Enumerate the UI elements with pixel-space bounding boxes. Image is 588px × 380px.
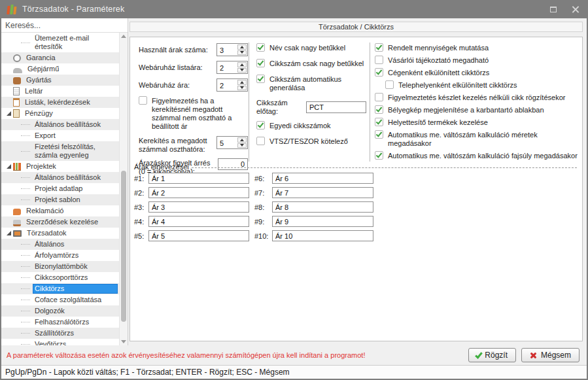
- maximize-button[interactable]: [542, 0, 564, 18]
- checkbox[interactable]: [375, 43, 383, 52]
- checkbox[interactable]: [139, 96, 147, 105]
- spinner-up-button[interactable]: [237, 62, 247, 67]
- checkbox[interactable]: [375, 68, 383, 77]
- scrollbar-thumb[interactable]: [121, 171, 126, 322]
- sidebar-item[interactable]: Általános: [1, 239, 119, 250]
- expander-icon[interactable]: [5, 218, 13, 226]
- expander-icon[interactable]: [5, 99, 13, 106]
- price-name-input[interactable]: [148, 201, 249, 213]
- sidebar-item[interactable]: Dolgozók: [1, 305, 119, 317]
- rounding-spinner[interactable]: 5: [216, 136, 248, 149]
- sidebar-item[interactable]: Általános beállítások: [1, 172, 119, 183]
- sidebar-item[interactable]: Gépjármű: [1, 63, 119, 75]
- checkbox-row[interactable]: Név csak nagy betűkkel: [256, 43, 366, 52]
- sidebar-item[interactable]: Projekt sablon: [1, 194, 119, 205]
- sidebar-item[interactable]: Export: [1, 130, 119, 141]
- expander-icon[interactable]: [5, 54, 13, 61]
- spinner-up-button[interactable]: [237, 80, 247, 85]
- sidebar-item[interactable]: Listák, lekérdezések: [1, 97, 119, 108]
- sidebar-item[interactable]: Törzsadatok: [1, 228, 119, 239]
- checkbox-row[interactable]: Bélyegkép megjelenítése a karbantartó ab…: [375, 105, 581, 114]
- sidebar-item[interactable]: Gyártás: [1, 75, 119, 86]
- checkbox-row[interactable]: Telephelyenként elkülönített cikktörzs: [385, 80, 581, 90]
- search-input[interactable]: [1, 18, 128, 33]
- checkbox[interactable]: [375, 130, 383, 139]
- spinner-up-button[interactable]: [237, 137, 247, 143]
- expander-icon[interactable]: [5, 207, 13, 215]
- rounding-warning-checkbox[interactable]: Figyelmezetés ha a kerekítésnél megadott…: [139, 96, 248, 131]
- expander-icon[interactable]: [5, 65, 13, 73]
- sidebar-scrollbar[interactable]: [119, 33, 128, 345]
- checkbox-row[interactable]: Cikkszám csak nagy betűkkel: [256, 59, 366, 68]
- column-separator: [249, 43, 249, 162]
- expander-icon[interactable]: [5, 230, 13, 237]
- checkbox-row[interactable]: Helyettesítő termékek kezelése: [375, 118, 581, 127]
- price-name-input[interactable]: [148, 187, 249, 198]
- price-name-input[interactable]: [148, 230, 249, 241]
- spinner-down-button[interactable]: [237, 86, 247, 91]
- checkbox-row[interactable]: Rendelt mennyiségek mutatása: [375, 43, 581, 52]
- expander-icon[interactable]: [5, 110, 13, 117]
- sidebar-item[interactable]: Projekt adatlap: [1, 183, 119, 194]
- sidebar-item[interactable]: Pénzügy: [1, 108, 119, 119]
- scroll-down-icon[interactable]: [121, 340, 126, 343]
- spinner-down-button[interactable]: [237, 143, 247, 148]
- sidebar-item[interactable]: Felhasználótörzs: [1, 317, 119, 328]
- sidebar-item[interactable]: Coface szolgáltatása: [1, 294, 119, 305]
- spinner-up-button[interactable]: [237, 44, 247, 50]
- checkbox-row[interactable]: Cikkszám automatikus generálása: [256, 75, 366, 92]
- checkbox-row[interactable]: Vásárlói tájékoztató megadható: [375, 56, 581, 65]
- sidebar-item[interactable]: Reklamáció: [1, 205, 119, 216]
- sidebar-item[interactable]: Szerződések kezelése: [1, 216, 119, 228]
- sidebar-item[interactable]: Szállítótörzs: [1, 328, 119, 339]
- x-icon: [530, 352, 537, 359]
- prefix-input[interactable]: [306, 101, 366, 113]
- price-name-input[interactable]: [272, 173, 373, 184]
- checkbox[interactable]: [256, 137, 265, 145]
- sidebar-item[interactable]: Projektek: [1, 161, 119, 172]
- sidebar-item[interactable]: Cikkcsoporttörzs: [1, 272, 119, 283]
- spinner-down-button[interactable]: [237, 50, 247, 56]
- close-button[interactable]: [564, 0, 587, 18]
- spinner-down-button[interactable]: [237, 68, 247, 73]
- checkbox[interactable]: [375, 118, 383, 126]
- checkbox-row[interactable]: VTSZ/TESZOR kötelező: [256, 137, 366, 146]
- save-button[interactable]: Rögzít: [468, 348, 516, 362]
- number-spinner[interactable]: 2: [216, 61, 248, 74]
- sidebar-item[interactable]: Bizonylattömbök: [1, 261, 119, 272]
- sidebar-item[interactable]: Ütemezett e-mail értesítők: [1, 33, 119, 52]
- checkbox[interactable]: [256, 75, 265, 83]
- sidebar-item[interactable]: Általános beállítások: [1, 119, 119, 130]
- price-name-input[interactable]: [148, 216, 249, 227]
- price-name-input[interactable]: [272, 230, 373, 241]
- sidebar-item[interactable]: Leltár: [1, 86, 119, 97]
- checkbox-row[interactable]: Automatikus me. váltószám kalkuláció faj…: [375, 151, 581, 160]
- checkbox[interactable]: [375, 93, 383, 101]
- cancel-button[interactable]: Mégsem: [521, 348, 579, 362]
- number-spinner[interactable]: 3: [216, 43, 248, 56]
- checkbox[interactable]: [375, 105, 383, 114]
- price-name-input[interactable]: [272, 201, 373, 213]
- expander-icon[interactable]: [5, 163, 13, 170]
- checkbox[interactable]: [375, 151, 383, 160]
- scrollbar-track[interactable]: [120, 38, 128, 340]
- number-spinner[interactable]: 2: [216, 78, 248, 92]
- checkbox[interactable]: [256, 121, 265, 130]
- checkbox[interactable]: [256, 59, 265, 67]
- checkbox[interactable]: [375, 56, 383, 64]
- sidebar-item[interactable]: Garancia: [1, 52, 119, 63]
- expander-icon[interactable]: [5, 88, 13, 95]
- checkbox[interactable]: [385, 80, 394, 89]
- checkbox-row[interactable]: Egyedi cikkszámok: [256, 121, 366, 130]
- expander-icon[interactable]: [5, 77, 13, 84]
- sidebar-item[interactable]: Cikktörzs: [1, 283, 119, 294]
- checkbox-row[interactable]: Automatikus me. váltószám kalkuláció mér…: [375, 130, 581, 148]
- checkbox[interactable]: [256, 43, 265, 52]
- price-name-input[interactable]: [272, 216, 373, 227]
- sidebar-item[interactable]: Árfolyamtörzs: [1, 250, 119, 261]
- price-name-input[interactable]: [272, 187, 373, 198]
- checkbox-row[interactable]: Figyelmeztetés készlet kezelés nélküli c…: [375, 93, 581, 102]
- sidebar-item[interactable]: Fizetési felszólítás, számla egyenleg: [1, 141, 119, 161]
- checkbox-row[interactable]: Cégenként elkülönített cikktörzs: [375, 68, 581, 77]
- price-name-input[interactable]: [148, 173, 249, 184]
